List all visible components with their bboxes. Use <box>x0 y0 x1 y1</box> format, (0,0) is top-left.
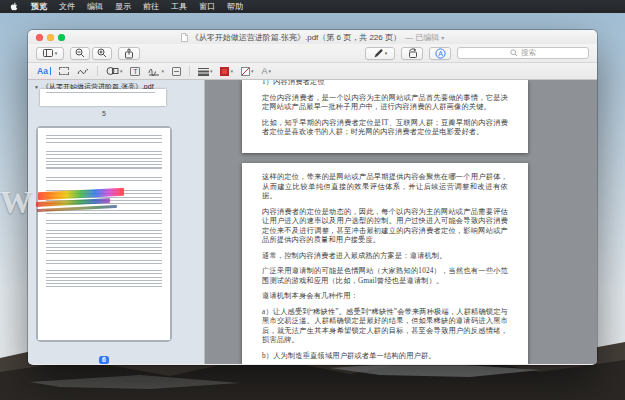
section-heading: 1）内容消费者定位 <box>262 80 508 88</box>
apple-menu-icon[interactable] <box>10 2 19 12</box>
paragraph: a）让人感受到“稀缺性”。感受到“稀缺性”会带来两种极端，人群精确锁定与黑市交易… <box>262 308 508 346</box>
fullscreen-button[interactable] <box>58 34 65 41</box>
menu-bar: 预览 文件 编辑 显示 前往 工具 窗口 帮助 <box>0 0 625 13</box>
menu-item-file[interactable]: 文件 <box>59 1 75 12</box>
thumbnail-sidebar: ▼ 《从零开始做运营进阶篇.张亮》.pdf 5 <box>28 80 205 364</box>
search-placeholder: 搜索 <box>521 48 536 58</box>
share-button[interactable] <box>118 47 140 60</box>
minimize-button[interactable] <box>47 34 54 41</box>
menu-item-window[interactable]: 窗口 <box>199 1 215 12</box>
paragraph: b）人为制造垂直领域用户群或者单一结构的用户群。 <box>262 352 508 362</box>
sidebar-view-button[interactable]: ▾ <box>36 47 64 60</box>
menu-item-go[interactable]: 前往 <box>143 1 159 12</box>
window-content: ▼ 《从零开始做运营进阶篇.张亮》.pdf 5 <box>28 80 597 364</box>
toolbar-divider <box>97 66 98 76</box>
toolbar-divider <box>189 66 190 76</box>
thumbnail-text-lines <box>46 270 162 287</box>
traffic-lights <box>36 34 65 41</box>
shapes-tool[interactable]: ▾ <box>106 66 123 76</box>
page-6-label: 6 <box>99 356 110 364</box>
title-bar[interactable]: 《从零开始做运营进阶篇.张亮》.pdf（第 6 页，共 226 页） — 已编辑… <box>28 30 597 44</box>
page-6-thumbnail-content <box>38 128 170 340</box>
thumbnail-text-lines <box>46 220 162 224</box>
menu-item-edit[interactable]: 编辑 <box>87 1 103 12</box>
pdf-page-current: 这样的定位，带来的是网站或产品早期提供内容会聚焦在哪一个用户群体，从而建立比较单… <box>242 163 528 364</box>
thumbnail-text-lines <box>46 210 162 214</box>
thumbnail-text-line <box>46 92 155 93</box>
thumbnail-text-lines <box>46 177 162 184</box>
chevron-down-icon: ▾ <box>268 68 271 74</box>
disclosure-triangle-icon[interactable]: ▼ <box>34 84 39 90</box>
page-6-badge: 6 <box>28 348 180 364</box>
pdf-page-top: 1）内容消费者定位 定位内容消费者，是一个以内容为主的网站或产品首先要做的事情，… <box>242 80 528 153</box>
svg-text:A: A <box>438 50 443 57</box>
markup-toolbar-toggle-button[interactable]: A <box>429 47 451 60</box>
border-color-tool[interactable]: ▾ <box>220 67 233 76</box>
paragraph: 这样的定位，带来的是网站或产品早期提供内容会聚焦在哪一个用户群体，从而建立比较单… <box>262 173 508 202</box>
fill-color-tool[interactable]: ▾ <box>241 67 254 76</box>
thumbnail-text-lines <box>46 260 162 264</box>
shape-style-tool[interactable]: ▾ <box>198 67 213 76</box>
menu-item-view[interactable]: 显示 <box>115 1 131 12</box>
note-tool[interactable] <box>172 67 181 76</box>
chevron-down-icon: ▾ <box>230 68 233 74</box>
title-chevron-icon[interactable]: ▾ <box>441 34 444 41</box>
rotate-left-button[interactable] <box>401 47 423 60</box>
chevron-down-icon: ▾ <box>385 50 388 56</box>
edited-status: — 已编辑 <box>405 32 439 43</box>
thumbnail-text-lines <box>46 190 162 204</box>
text-box-tool[interactable]: T <box>130 67 140 76</box>
page-5-thumbnail[interactable] <box>40 89 166 106</box>
sign-tool[interactable]: ▾ <box>148 66 164 76</box>
text-box-label: T <box>130 67 140 76</box>
page-6-thumbnail-selected[interactable] <box>36 126 172 342</box>
paragraph: 内容消费者的定位是动态的，因此，每个以内容为主的网站或产品需要评估让用户进入的速… <box>262 208 508 246</box>
paragraph: 通常，控制内容消费者进入最成熟的方案是：邀请机制。 <box>262 252 508 262</box>
menu-item-help[interactable]: 帮助 <box>227 1 243 12</box>
sketch-tool[interactable] <box>77 66 89 76</box>
text-selection-tool[interactable]: Aa <box>37 66 51 76</box>
text-style-label: A <box>261 66 267 76</box>
text-selection-label: Aa <box>37 66 48 76</box>
preview-window: 《从零开始做运营进阶篇.张亮》.pdf（第 6 页，共 226 页） — 已编辑… <box>28 30 597 365</box>
thumbnail-text-lines <box>46 230 162 254</box>
search-input[interactable]: 搜索 <box>457 47 589 59</box>
close-button[interactable] <box>36 34 43 41</box>
document-proxy-icon[interactable] <box>181 33 188 42</box>
paragraph: 广泛采用邀请制的可能是色情网站（大家熟知的1024），当然也有一些小范围测试的游… <box>262 267 508 286</box>
chevron-down-icon: ▾ <box>251 68 254 74</box>
chevron-down-icon: ▾ <box>210 68 213 74</box>
paragraph: 比如，知乎早期的内容消费者定位是IT、互联网人群；豆瓣早期的内容消费者定位是喜欢… <box>262 119 508 138</box>
paragraph: 邀请机制本身会有几种作用： <box>262 292 508 302</box>
markup-toolbar: Aa ▾ T ▾ ▾ ▾ ▾ A ▾ <box>28 63 597 80</box>
menu-item-preview[interactable]: 预览 <box>31 1 47 12</box>
zoom-out-button[interactable] <box>70 47 90 60</box>
page-5-label: 5 <box>28 110 180 117</box>
main-toolbar: ▾ ▾ A <box>28 44 597 63</box>
zoom-in-button[interactable] <box>92 47 112 60</box>
thumbnail-text-lines <box>46 135 162 145</box>
thumbnail-text-lines <box>46 151 162 171</box>
window-title: 《从零开始做运营进阶篇.张亮》.pdf（第 6 页，共 226 页） <box>191 32 401 43</box>
paragraph: 定位内容消费者，是一个以内容为主的网站或产品首先要做的事情，它是决定网站或产品最… <box>262 94 508 113</box>
markup-pen-button[interactable]: ▾ <box>365 47 395 60</box>
pdf-view[interactable]: 1）内容消费者定位 定位内容消费者，是一个以内容为主的网站或产品首先要做的事情，… <box>205 80 597 364</box>
chevron-down-icon: ▾ <box>120 68 123 74</box>
menu-item-tools[interactable]: 工具 <box>171 1 187 12</box>
text-style-tool[interactable]: A ▾ <box>261 66 271 76</box>
chevron-down-icon: ▾ <box>161 68 164 74</box>
rectangular-selection-tool[interactable] <box>59 67 69 75</box>
chevron-down-icon: ▾ <box>55 50 58 56</box>
